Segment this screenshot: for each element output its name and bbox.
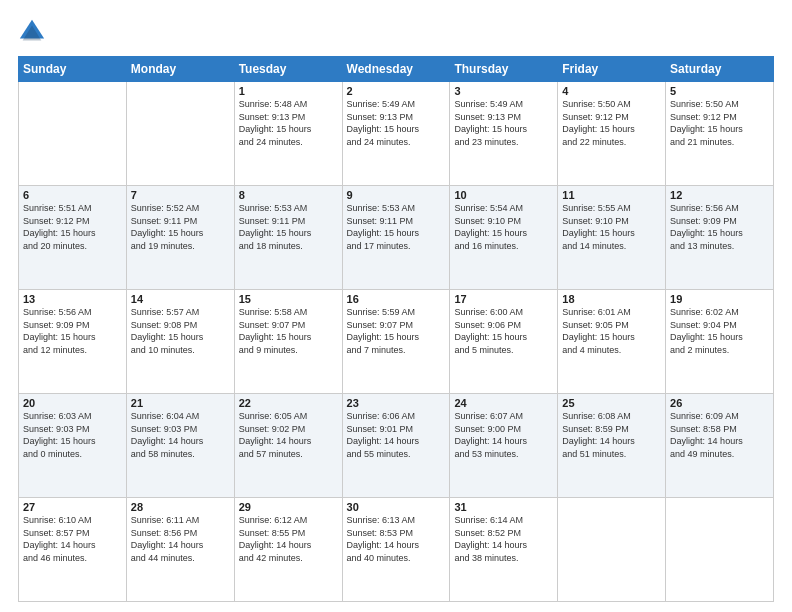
day-info: Sunrise: 6:05 AM Sunset: 9:02 PM Dayligh… [239, 410, 338, 460]
day-info: Sunrise: 6:02 AM Sunset: 9:04 PM Dayligh… [670, 306, 769, 356]
day-info: Sunrise: 5:51 AM Sunset: 9:12 PM Dayligh… [23, 202, 122, 252]
day-info: Sunrise: 6:10 AM Sunset: 8:57 PM Dayligh… [23, 514, 122, 564]
calendar-cell: 26Sunrise: 6:09 AM Sunset: 8:58 PM Dayli… [666, 394, 774, 498]
page: SundayMondayTuesdayWednesdayThursdayFrid… [0, 0, 792, 612]
calendar-week-row: 6Sunrise: 5:51 AM Sunset: 9:12 PM Daylig… [19, 186, 774, 290]
weekday-header-cell: Friday [558, 57, 666, 82]
day-number: 12 [670, 189, 769, 201]
calendar-cell: 27Sunrise: 6:10 AM Sunset: 8:57 PM Dayli… [19, 498, 127, 602]
calendar-cell [19, 82, 127, 186]
calendar-cell: 24Sunrise: 6:07 AM Sunset: 9:00 PM Dayli… [450, 394, 558, 498]
day-info: Sunrise: 5:53 AM Sunset: 9:11 PM Dayligh… [239, 202, 338, 252]
day-info: Sunrise: 5:58 AM Sunset: 9:07 PM Dayligh… [239, 306, 338, 356]
calendar-week-row: 20Sunrise: 6:03 AM Sunset: 9:03 PM Dayli… [19, 394, 774, 498]
calendar-cell: 18Sunrise: 6:01 AM Sunset: 9:05 PM Dayli… [558, 290, 666, 394]
day-info: Sunrise: 6:09 AM Sunset: 8:58 PM Dayligh… [670, 410, 769, 460]
calendar-week-row: 1Sunrise: 5:48 AM Sunset: 9:13 PM Daylig… [19, 82, 774, 186]
calendar-table: SundayMondayTuesdayWednesdayThursdayFrid… [18, 56, 774, 602]
day-info: Sunrise: 5:57 AM Sunset: 9:08 PM Dayligh… [131, 306, 230, 356]
day-number: 6 [23, 189, 122, 201]
weekday-header-cell: Monday [126, 57, 234, 82]
day-info: Sunrise: 5:49 AM Sunset: 9:13 PM Dayligh… [454, 98, 553, 148]
day-number: 8 [239, 189, 338, 201]
calendar-cell: 29Sunrise: 6:12 AM Sunset: 8:55 PM Dayli… [234, 498, 342, 602]
calendar-week-row: 27Sunrise: 6:10 AM Sunset: 8:57 PM Dayli… [19, 498, 774, 602]
calendar-cell: 8Sunrise: 5:53 AM Sunset: 9:11 PM Daylig… [234, 186, 342, 290]
calendar-cell [666, 498, 774, 602]
calendar-cell: 7Sunrise: 5:52 AM Sunset: 9:11 PM Daylig… [126, 186, 234, 290]
day-info: Sunrise: 5:56 AM Sunset: 9:09 PM Dayligh… [670, 202, 769, 252]
day-number: 29 [239, 501, 338, 513]
weekday-header-cell: Tuesday [234, 57, 342, 82]
day-number: 9 [347, 189, 446, 201]
day-number: 20 [23, 397, 122, 409]
calendar-cell [126, 82, 234, 186]
day-info: Sunrise: 6:08 AM Sunset: 8:59 PM Dayligh… [562, 410, 661, 460]
day-number: 5 [670, 85, 769, 97]
calendar-cell: 12Sunrise: 5:56 AM Sunset: 9:09 PM Dayli… [666, 186, 774, 290]
calendar-cell: 13Sunrise: 5:56 AM Sunset: 9:09 PM Dayli… [19, 290, 127, 394]
day-number: 10 [454, 189, 553, 201]
calendar-cell: 5Sunrise: 5:50 AM Sunset: 9:12 PM Daylig… [666, 82, 774, 186]
day-number: 24 [454, 397, 553, 409]
weekday-header-row: SundayMondayTuesdayWednesdayThursdayFrid… [19, 57, 774, 82]
calendar-cell: 4Sunrise: 5:50 AM Sunset: 9:12 PM Daylig… [558, 82, 666, 186]
day-number: 26 [670, 397, 769, 409]
calendar-cell: 19Sunrise: 6:02 AM Sunset: 9:04 PM Dayli… [666, 290, 774, 394]
day-number: 15 [239, 293, 338, 305]
calendar-week-row: 13Sunrise: 5:56 AM Sunset: 9:09 PM Dayli… [19, 290, 774, 394]
day-info: Sunrise: 5:56 AM Sunset: 9:09 PM Dayligh… [23, 306, 122, 356]
calendar-cell: 14Sunrise: 5:57 AM Sunset: 9:08 PM Dayli… [126, 290, 234, 394]
calendar-cell: 2Sunrise: 5:49 AM Sunset: 9:13 PM Daylig… [342, 82, 450, 186]
day-info: Sunrise: 6:07 AM Sunset: 9:00 PM Dayligh… [454, 410, 553, 460]
day-info: Sunrise: 6:03 AM Sunset: 9:03 PM Dayligh… [23, 410, 122, 460]
day-number: 31 [454, 501, 553, 513]
day-info: Sunrise: 6:00 AM Sunset: 9:06 PM Dayligh… [454, 306, 553, 356]
calendar-cell: 6Sunrise: 5:51 AM Sunset: 9:12 PM Daylig… [19, 186, 127, 290]
calendar-cell: 21Sunrise: 6:04 AM Sunset: 9:03 PM Dayli… [126, 394, 234, 498]
calendar-cell: 17Sunrise: 6:00 AM Sunset: 9:06 PM Dayli… [450, 290, 558, 394]
day-info: Sunrise: 6:11 AM Sunset: 8:56 PM Dayligh… [131, 514, 230, 564]
header [18, 18, 774, 46]
weekday-header-cell: Thursday [450, 57, 558, 82]
day-info: Sunrise: 5:59 AM Sunset: 9:07 PM Dayligh… [347, 306, 446, 356]
day-info: Sunrise: 6:12 AM Sunset: 8:55 PM Dayligh… [239, 514, 338, 564]
day-info: Sunrise: 5:49 AM Sunset: 9:13 PM Dayligh… [347, 98, 446, 148]
day-number: 17 [454, 293, 553, 305]
calendar-cell: 20Sunrise: 6:03 AM Sunset: 9:03 PM Dayli… [19, 394, 127, 498]
day-info: Sunrise: 6:06 AM Sunset: 9:01 PM Dayligh… [347, 410, 446, 460]
weekday-header-cell: Wednesday [342, 57, 450, 82]
day-info: Sunrise: 6:13 AM Sunset: 8:53 PM Dayligh… [347, 514, 446, 564]
logo-icon [18, 18, 46, 46]
calendar-cell: 9Sunrise: 5:53 AM Sunset: 9:11 PM Daylig… [342, 186, 450, 290]
day-number: 1 [239, 85, 338, 97]
day-info: Sunrise: 6:14 AM Sunset: 8:52 PM Dayligh… [454, 514, 553, 564]
day-info: Sunrise: 6:01 AM Sunset: 9:05 PM Dayligh… [562, 306, 661, 356]
day-info: Sunrise: 5:54 AM Sunset: 9:10 PM Dayligh… [454, 202, 553, 252]
day-number: 25 [562, 397, 661, 409]
day-number: 22 [239, 397, 338, 409]
day-number: 13 [23, 293, 122, 305]
day-info: Sunrise: 5:48 AM Sunset: 9:13 PM Dayligh… [239, 98, 338, 148]
day-number: 14 [131, 293, 230, 305]
calendar-cell: 25Sunrise: 6:08 AM Sunset: 8:59 PM Dayli… [558, 394, 666, 498]
day-number: 18 [562, 293, 661, 305]
day-number: 16 [347, 293, 446, 305]
day-number: 11 [562, 189, 661, 201]
day-info: Sunrise: 5:55 AM Sunset: 9:10 PM Dayligh… [562, 202, 661, 252]
day-number: 7 [131, 189, 230, 201]
day-info: Sunrise: 5:52 AM Sunset: 9:11 PM Dayligh… [131, 202, 230, 252]
day-number: 3 [454, 85, 553, 97]
day-number: 21 [131, 397, 230, 409]
day-number: 23 [347, 397, 446, 409]
day-number: 19 [670, 293, 769, 305]
day-number: 2 [347, 85, 446, 97]
calendar-cell: 16Sunrise: 5:59 AM Sunset: 9:07 PM Dayli… [342, 290, 450, 394]
day-number: 30 [347, 501, 446, 513]
calendar-cell [558, 498, 666, 602]
calendar-cell: 3Sunrise: 5:49 AM Sunset: 9:13 PM Daylig… [450, 82, 558, 186]
day-info: Sunrise: 6:04 AM Sunset: 9:03 PM Dayligh… [131, 410, 230, 460]
calendar-cell: 11Sunrise: 5:55 AM Sunset: 9:10 PM Dayli… [558, 186, 666, 290]
calendar-cell: 31Sunrise: 6:14 AM Sunset: 8:52 PM Dayli… [450, 498, 558, 602]
calendar-cell: 22Sunrise: 6:05 AM Sunset: 9:02 PM Dayli… [234, 394, 342, 498]
